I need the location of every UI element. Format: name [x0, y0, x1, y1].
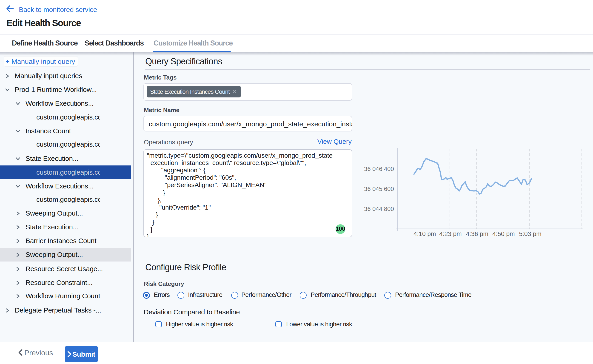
svg-text:36 044 800: 36 044 800: [364, 205, 394, 212]
svg-text:4:23 pm: 4:23 pm: [439, 230, 462, 237]
svg-text:4:10 pm: 4:10 pm: [413, 230, 436, 237]
svg-text:4:36 pm: 4:36 pm: [466, 230, 489, 237]
svg-text:36 046 400: 36 046 400: [364, 165, 394, 172]
svg-text:36 045 600: 36 045 600: [364, 185, 394, 192]
svg-text:5:03 pm: 5:03 pm: [519, 230, 541, 237]
svg-text:4:50 pm: 4:50 pm: [492, 230, 515, 237]
